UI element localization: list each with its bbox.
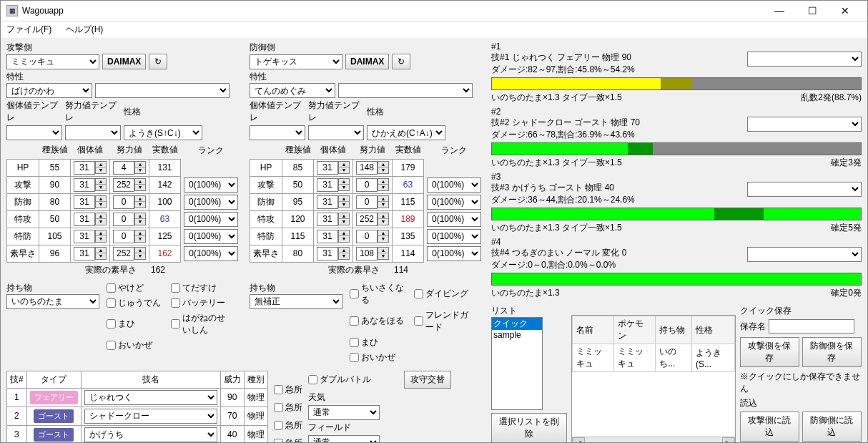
rank-select[interactable]: 0(100%) xyxy=(184,246,238,261)
grid-header[interactable]: ポケモン xyxy=(613,316,655,344)
savename-input[interactable] xyxy=(769,319,854,334)
load-attacker-button[interactable]: 攻撃側に読込 xyxy=(740,412,799,442)
maximize-button[interactable]: ☐ xyxy=(796,1,829,21)
result-select[interactable] xyxy=(747,247,862,262)
defender-ev-template[interactable] xyxy=(308,125,364,140)
spinner-updown[interactable]: ▲▼ xyxy=(338,213,350,225)
attacker-daimax-button[interactable]: DAIMAX xyxy=(102,54,146,69)
spinner-updown[interactable]: ▲▼ xyxy=(338,161,350,174)
spinner-updown[interactable]: ▲▼ xyxy=(378,195,389,208)
stat-input[interactable] xyxy=(356,195,378,209)
spinner-updown[interactable]: ▲▼ xyxy=(338,247,350,260)
spinner-updown[interactable]: ▲▼ xyxy=(338,178,350,191)
grid-scrollbar[interactable]: ◀▶ xyxy=(572,437,735,443)
stat-input[interactable] xyxy=(74,161,95,175)
result-select[interactable] xyxy=(747,52,862,67)
grid-cell[interactable]: ミミッキュ xyxy=(572,344,613,372)
defender-ability-select[interactable]: てんのめぐみ xyxy=(250,83,335,98)
result-select[interactable] xyxy=(747,117,862,132)
rank-select[interactable]: 0(100%) xyxy=(184,195,238,210)
move-select[interactable]: かげうち xyxy=(84,427,217,442)
defender-daimax-button[interactable]: DAIMAX xyxy=(345,54,389,69)
attacker-pokemon-select[interactable]: ミミッキュ xyxy=(6,54,99,69)
defender-refresh-button[interactable]: ↻ xyxy=(392,54,410,69)
spinner-updown[interactable]: ▲▼ xyxy=(134,230,146,243)
attacker-refresh-button[interactable]: ↻ xyxy=(149,54,167,69)
rank-select[interactable]: 0(100%) xyxy=(427,212,481,227)
menu-help[interactable]: ヘルプ(H) xyxy=(66,24,104,34)
stat-input[interactable] xyxy=(317,161,338,175)
stat-input[interactable] xyxy=(356,247,378,261)
double-battle-checkbox[interactable] xyxy=(308,375,317,384)
save-attacker-button[interactable]: 攻撃側を保存 xyxy=(740,337,799,367)
defender-pokemon-select[interactable]: トゲキッス xyxy=(250,54,342,69)
grid-cell[interactable]: ようき(S... xyxy=(692,344,735,372)
stat-input[interactable] xyxy=(113,247,134,261)
spinner-updown[interactable]: ▲▼ xyxy=(134,213,146,225)
spinner-updown[interactable]: ▲▼ xyxy=(338,230,350,243)
list-box[interactable]: クイック sample xyxy=(491,317,543,410)
stat-input[interactable] xyxy=(113,195,134,209)
stat-input[interactable] xyxy=(113,178,134,192)
stat-input[interactable] xyxy=(74,230,95,243)
grid-cell[interactable]: いのち... xyxy=(656,344,692,372)
stat-input[interactable] xyxy=(356,161,378,175)
condition-checkbox[interactable] xyxy=(171,283,180,293)
condition-checkbox[interactable] xyxy=(350,338,359,347)
spinner-updown[interactable]: ▲▼ xyxy=(134,247,146,260)
attacker-ev-template[interactable] xyxy=(65,125,121,140)
attacker-item-select[interactable]: いのちのたま xyxy=(6,294,99,309)
defender-nature-select[interactable]: ひかえめ(C↑A↓) xyxy=(367,125,445,140)
defender-item-select[interactable]: 無補正 xyxy=(250,294,342,309)
close-button[interactable]: ✕ xyxy=(829,1,862,21)
condition-checkbox[interactable] xyxy=(107,298,116,308)
rank-select[interactable]: 0(100%) xyxy=(427,229,481,244)
stat-input[interactable] xyxy=(113,213,134,226)
condition-checkbox[interactable] xyxy=(350,353,359,362)
spinner-updown[interactable]: ▲▼ xyxy=(338,195,350,208)
stat-input[interactable] xyxy=(356,213,378,226)
rank-select[interactable]: 0(100%) xyxy=(427,195,481,210)
minimize-button[interactable]: — xyxy=(763,1,796,21)
delete-list-button[interactable]: 選択リストを削除 xyxy=(491,413,567,443)
spinner-updown[interactable]: ▲▼ xyxy=(95,161,107,174)
spinner-updown[interactable]: ▲▼ xyxy=(378,230,389,243)
spinner-updown[interactable]: ▲▼ xyxy=(378,247,389,260)
condition-checkbox[interactable] xyxy=(414,316,423,326)
stat-input[interactable] xyxy=(113,161,134,175)
crit3-checkbox[interactable] xyxy=(274,421,283,430)
grid-header[interactable]: 持ち物 xyxy=(656,316,692,344)
stat-input[interactable] xyxy=(317,247,338,261)
attacker-ability2-select[interactable] xyxy=(95,83,230,98)
spinner-updown[interactable]: ▲▼ xyxy=(378,178,389,191)
stat-input[interactable] xyxy=(113,230,134,243)
move-select[interactable]: シャドークロー xyxy=(84,409,217,424)
spinner-updown[interactable]: ▲▼ xyxy=(95,195,107,208)
stat-input[interactable] xyxy=(317,213,338,226)
crit2-checkbox[interactable] xyxy=(274,403,283,412)
stat-input[interactable] xyxy=(317,195,338,209)
condition-checkbox[interactable] xyxy=(171,319,180,328)
stat-input[interactable] xyxy=(317,230,338,243)
stat-input[interactable] xyxy=(356,230,378,243)
spinner-updown[interactable]: ▲▼ xyxy=(95,178,107,191)
stat-input[interactable] xyxy=(317,178,338,192)
condition-checkbox[interactable] xyxy=(171,298,180,308)
attacker-nature-select[interactable]: ようき(S↑C↓) xyxy=(124,125,202,140)
spinner-updown[interactable]: ▲▼ xyxy=(134,161,146,174)
spinner-updown[interactable]: ▲▼ xyxy=(95,247,107,260)
defender-iv-template[interactable] xyxy=(250,125,305,140)
swap-button[interactable]: 攻守交替 xyxy=(404,371,451,389)
rank-select[interactable]: 0(100%) xyxy=(427,246,481,261)
spinner-updown[interactable]: ▲▼ xyxy=(95,213,107,225)
attacker-iv-template[interactable] xyxy=(6,125,62,140)
condition-checkbox[interactable] xyxy=(350,289,359,298)
rank-select[interactable]: 0(100%) xyxy=(427,177,481,193)
condition-checkbox[interactable] xyxy=(107,319,116,328)
condition-checkbox[interactable] xyxy=(350,316,359,326)
menu-file[interactable]: ファイル(F) xyxy=(6,24,51,34)
load-defender-button[interactable]: 防御側に読込 xyxy=(802,412,862,442)
rank-select[interactable]: 0(100%) xyxy=(184,212,238,227)
list-item[interactable]: sample xyxy=(492,330,542,340)
list-item[interactable]: クイック xyxy=(492,318,542,330)
